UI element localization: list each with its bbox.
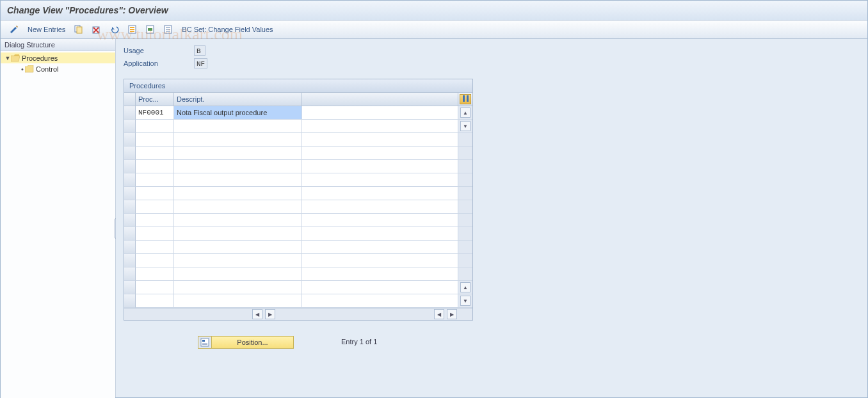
hscroll-left-icon[interactable]: ◀ xyxy=(252,309,262,319)
row-selector[interactable] xyxy=(124,147,136,160)
row-selector[interactable] xyxy=(124,267,136,281)
bcset-button[interactable]: BC Set: Change Field Values xyxy=(179,20,275,38)
delete-icon[interactable] xyxy=(90,23,104,36)
position-button-label: Position... xyxy=(212,338,293,346)
vscroll-down2-icon[interactable]: ▼ xyxy=(460,296,470,306)
cell-descript[interactable] xyxy=(174,173,302,187)
position-icon xyxy=(198,337,212,348)
deselect-all-icon[interactable] xyxy=(161,23,175,36)
cell-proc[interactable] xyxy=(136,187,174,200)
row-selector[interactable] xyxy=(124,254,136,267)
toggle-change-icon[interactable] xyxy=(7,23,21,36)
cell-proc[interactable] xyxy=(136,133,174,147)
select-all-rows-header[interactable] xyxy=(124,93,136,106)
column-header-proc[interactable]: Proc... xyxy=(136,93,174,106)
copy-as-icon[interactable] xyxy=(72,23,86,36)
row-selector[interactable] xyxy=(124,133,136,147)
cell-proc[interactable] xyxy=(136,294,174,308)
cell-proc[interactable] xyxy=(136,281,174,294)
hscroll-track: ◀ ▶ ◀ ▶ xyxy=(124,308,472,320)
cell-proc[interactable]: NF0001 xyxy=(136,106,174,120)
cell-proc[interactable] xyxy=(136,241,174,254)
svg-rect-18 xyxy=(202,344,207,345)
tree-item-procedures[interactable]: ▼ Procedures xyxy=(1,52,115,63)
cell-proc[interactable] xyxy=(136,120,174,133)
svg-rect-17 xyxy=(202,343,207,344)
svg-rect-1 xyxy=(77,27,82,33)
position-button[interactable]: Position... xyxy=(198,336,294,349)
cell-descript[interactable] xyxy=(174,160,302,173)
vscroll-cell xyxy=(458,187,472,200)
row-selector[interactable] xyxy=(124,200,136,214)
row-selector[interactable] xyxy=(124,281,136,294)
svg-rect-14 xyxy=(166,31,170,32)
hscroll-left2-icon[interactable]: ◀ xyxy=(434,309,444,319)
new-entries-button[interactable]: New Entries xyxy=(25,20,68,38)
app-window: Change View "Procedures": Overview New E… xyxy=(0,0,868,398)
select-block-icon[interactable] xyxy=(143,23,157,36)
tree-label: Control xyxy=(34,65,58,73)
undo-change-icon[interactable] xyxy=(108,23,122,36)
bullet-icon: • xyxy=(20,65,25,73)
hscroll-right-icon[interactable]: ▶ xyxy=(447,309,457,319)
cell-descript[interactable] xyxy=(174,147,302,160)
svg-rect-10 xyxy=(148,28,152,31)
vscroll-cell xyxy=(458,254,472,267)
svg-rect-15 xyxy=(201,338,209,346)
cell-descript[interactable]: Nota Fiscal output procedure xyxy=(174,106,302,120)
cell-empty xyxy=(302,294,458,308)
row-selector[interactable] xyxy=(124,227,136,241)
cell-descript[interactable] xyxy=(174,120,302,133)
vscroll-cell xyxy=(458,227,472,241)
svg-rect-16 xyxy=(202,340,205,342)
column-header-descript[interactable]: Descript. xyxy=(174,93,302,106)
vscroll-cell[interactable]: ▲ xyxy=(458,106,472,120)
cell-proc[interactable] xyxy=(136,254,174,267)
vscroll-cell xyxy=(458,241,472,254)
cell-descript[interactable] xyxy=(174,267,302,281)
select-all-icon[interactable] xyxy=(125,23,140,36)
cell-proc[interactable] xyxy=(136,173,174,187)
vscroll-cell[interactable]: ▼ xyxy=(458,120,472,133)
row-selector[interactable] xyxy=(124,106,136,120)
row-selector[interactable] xyxy=(124,120,136,133)
cell-descript[interactable] xyxy=(174,241,302,254)
vscroll-up-icon[interactable]: ▲ xyxy=(460,107,470,118)
vscroll-cell xyxy=(458,267,472,281)
vscroll-cell[interactable]: ▲ xyxy=(458,281,472,294)
row-selector[interactable] xyxy=(124,241,136,254)
row-selector[interactable] xyxy=(124,214,136,227)
vscroll-cell[interactable]: ▼ xyxy=(458,294,472,308)
row-selector[interactable] xyxy=(124,187,136,200)
row-selector[interactable] xyxy=(124,294,136,308)
folder-icon xyxy=(25,65,34,73)
cell-descript[interactable] xyxy=(174,200,302,214)
expander-icon[interactable]: ▼ xyxy=(4,55,11,61)
cell-proc[interactable] xyxy=(136,200,174,214)
vscroll-down-icon[interactable]: ▼ xyxy=(460,121,470,131)
cell-proc[interactable] xyxy=(136,214,174,227)
row-selector[interactable] xyxy=(124,173,136,187)
cell-descript[interactable] xyxy=(174,227,302,241)
svg-rect-6 xyxy=(130,27,134,28)
row-selector[interactable] xyxy=(124,160,136,173)
cell-descript[interactable] xyxy=(174,133,302,147)
cell-empty xyxy=(302,254,458,267)
vscroll-cell xyxy=(458,147,472,160)
cell-descript[interactable] xyxy=(174,294,302,308)
table-configure-icon[interactable] xyxy=(460,94,471,104)
cell-descript[interactable] xyxy=(174,281,302,294)
cell-proc[interactable] xyxy=(136,160,174,173)
cell-proc[interactable] xyxy=(136,147,174,160)
cell-proc[interactable] xyxy=(136,227,174,241)
cell-descript[interactable] xyxy=(174,254,302,267)
tree-item-control[interactable]: • Control xyxy=(1,63,115,74)
vscroll-up2-icon[interactable]: ▲ xyxy=(460,282,470,292)
hscroll-right-inner-icon[interactable]: ▶ xyxy=(265,309,275,319)
column-header-blank xyxy=(302,93,458,106)
cell-descript[interactable] xyxy=(174,187,302,200)
footer-area: Position... Entry 1 of 1 xyxy=(124,332,860,353)
usage-value: B xyxy=(194,45,205,56)
cell-proc[interactable] xyxy=(136,267,174,281)
cell-descript[interactable] xyxy=(174,214,302,227)
